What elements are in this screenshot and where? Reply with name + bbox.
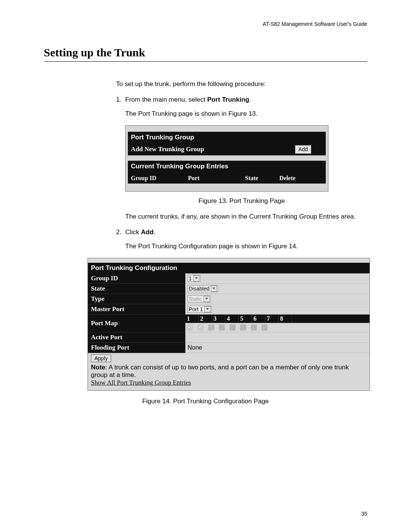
portmap-checkbox-1[interactable] bbox=[187, 324, 193, 331]
section-title: Setting up the Trunk bbox=[44, 46, 367, 59]
portmap-header: 1 2 3 4 5 6 7 8 bbox=[185, 315, 370, 323]
step-2-number: 2. bbox=[116, 228, 125, 237]
section-rule bbox=[44, 61, 367, 62]
label-active-port: Active Port bbox=[88, 332, 185, 342]
select-state-value: Disabled bbox=[189, 286, 209, 292]
step-2-after: The Port Trunking Configuration page is … bbox=[125, 242, 367, 251]
label-type: Type bbox=[88, 294, 185, 304]
chevron-down-icon bbox=[211, 286, 217, 292]
fig13-add-row: Add New Trunking Group Add bbox=[128, 144, 326, 155]
select-master-port[interactable]: Port 1 bbox=[188, 306, 212, 313]
value-active-port bbox=[185, 332, 370, 342]
select-master-port-value: Port 1 bbox=[189, 306, 203, 312]
select-group-id[interactable]: 1 bbox=[188, 275, 201, 282]
step-1-bold: Port Trunking bbox=[207, 96, 249, 103]
fig13-columns: Group ID Port State Delete bbox=[128, 173, 326, 184]
fig13-caption: Figure 13. Port Trunking Page bbox=[116, 197, 367, 206]
portmap-num: 6 bbox=[252, 315, 265, 323]
chevron-down-icon bbox=[204, 296, 210, 302]
portmap-checkbox-7[interactable] bbox=[251, 324, 257, 331]
chevron-down-icon bbox=[193, 275, 199, 281]
show-all-link[interactable]: Show All Port Trunking Group Entries bbox=[91, 379, 366, 387]
portmap-checkbox-2[interactable] bbox=[198, 324, 204, 331]
col-delete: Delete bbox=[279, 174, 323, 182]
doc-header: AT-S82 Management Software User's Guide bbox=[44, 21, 367, 27]
portmap-checkboxes bbox=[185, 323, 370, 332]
select-type: Static bbox=[188, 296, 211, 302]
select-group-id-value: 1 bbox=[189, 275, 192, 281]
note-bold: Note bbox=[91, 364, 105, 371]
after-fig13-text: The current trunks, if any, are shown in… bbox=[125, 212, 367, 221]
note-text: : A trunk can consist of up to two ports… bbox=[91, 364, 349, 379]
step-2-text-prefix: Click bbox=[125, 228, 141, 236]
label-flooding-port: Flooding Port bbox=[88, 342, 185, 353]
label-port-map: Port Map bbox=[88, 314, 185, 332]
step-1-number: 1. bbox=[116, 96, 125, 104]
label-state: State bbox=[88, 283, 185, 294]
step-1: 1.From the main menu, select Port Trunki… bbox=[116, 96, 367, 104]
step-2: 2.Click Add. bbox=[116, 228, 367, 237]
portmap-checkbox-6[interactable] bbox=[240, 324, 246, 331]
fig13-entries-title: Current Trunking Group Entries bbox=[128, 161, 326, 173]
step-1-after: The Port Trunking page is shown in Figur… bbox=[125, 110, 367, 118]
portmap-num: 4 bbox=[225, 315, 239, 323]
figure-14: Port Trunking Configuration Group ID 1 S… bbox=[88, 258, 370, 391]
portmap-num: 8 bbox=[279, 315, 292, 323]
fig14-title: Port Trunking Configuration bbox=[88, 263, 370, 273]
portmap-num: 3 bbox=[212, 315, 225, 323]
portmap-num: 2 bbox=[199, 315, 212, 323]
portmap-num: 7 bbox=[265, 315, 279, 323]
col-group-id: Group ID bbox=[131, 174, 188, 182]
value-flooding-port: None bbox=[185, 342, 370, 353]
col-state: State bbox=[245, 174, 279, 182]
fig13-title: Port Trunking Group bbox=[128, 132, 326, 144]
portmap-num: 1 bbox=[185, 315, 199, 323]
portmap-checkbox-3[interactable] bbox=[208, 324, 214, 331]
figure-13: Port Trunking Group Add New Trunking Gro… bbox=[125, 125, 328, 192]
chevron-down-icon bbox=[204, 306, 210, 312]
fig14-caption: Figure 14. Port Trunking Configuration P… bbox=[44, 398, 367, 405]
step-2-text-suffix: . bbox=[154, 228, 156, 236]
page-number: 35 bbox=[361, 511, 367, 517]
fig13-add-label: Add New Trunking Group bbox=[131, 145, 295, 154]
step-1-text-suffix: . bbox=[249, 96, 251, 103]
portmap-num: 5 bbox=[239, 315, 252, 323]
step-1-text-prefix: From the main menu, select bbox=[125, 96, 207, 103]
portmap-checkbox-4[interactable] bbox=[219, 324, 225, 331]
portmap-checkbox-5[interactable] bbox=[229, 324, 236, 331]
select-type-value: Static bbox=[189, 296, 202, 302]
intro-text: To set up the trunk, perform the followi… bbox=[116, 80, 367, 89]
select-state[interactable]: Disabled bbox=[188, 285, 218, 292]
apply-button[interactable]: Apply bbox=[91, 355, 111, 362]
portmap-checkbox-8[interactable] bbox=[261, 324, 268, 331]
col-port: Port bbox=[188, 174, 245, 182]
step-2-bold: Add bbox=[141, 228, 154, 236]
note-line: Note: A trunk can consist of up to two p… bbox=[91, 364, 366, 379]
label-group-id: Group ID bbox=[88, 273, 185, 284]
label-master-port: Master Port bbox=[88, 304, 185, 314]
add-button[interactable]: Add bbox=[295, 145, 311, 154]
